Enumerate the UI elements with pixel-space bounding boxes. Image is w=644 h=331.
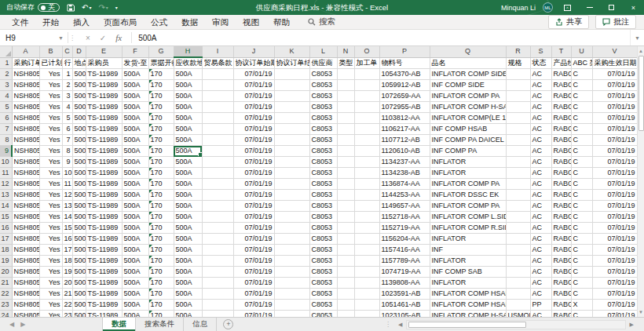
grid-cell[interactable]: 1134237-AA	[379, 157, 430, 168]
grid-cell[interactable]	[506, 124, 530, 135]
grid-cell[interactable]: Yes	[39, 289, 62, 300]
grid-cell[interactable]: Yes	[39, 135, 62, 146]
grid-cell[interactable]	[337, 124, 354, 135]
grid-cell[interactable]	[354, 157, 379, 168]
grid-cell[interactable]: 500A	[122, 212, 148, 223]
grid-cell[interactable]: Yes	[39, 278, 62, 289]
grid-cell[interactable]: C	[571, 201, 592, 212]
horizontal-scrollbar[interactable]: ⋮ ◀ ▶	[382, 318, 644, 331]
sheet-nav-right-icon[interactable]: ▶	[20, 321, 25, 328]
grid-cell[interactable]: 500A	[174, 91, 202, 102]
grid-cell[interactable]: 500A	[72, 300, 86, 311]
row-header-15[interactable]: 15	[0, 212, 12, 223]
grid-cell[interactable]	[202, 179, 233, 190]
grid-cell[interactable]: RABG	[551, 102, 571, 113]
grid-cell[interactable]: 11	[62, 179, 72, 190]
grid-cell[interactable]	[354, 223, 379, 234]
grid-cell[interactable]	[274, 278, 309, 289]
grid-cell[interactable]: 协议订单始期	[233, 57, 274, 69]
grid-cell[interactable]: 1103812-AA	[379, 113, 430, 124]
grid-cell[interactable]: Yes	[39, 179, 62, 190]
grid-cell[interactable]: C	[571, 278, 592, 289]
save-button[interactable]	[67, 4, 75, 12]
column-header-O[interactable]: O	[354, 46, 379, 57]
grid-cell[interactable]: C8053	[309, 157, 337, 168]
grid-cell[interactable]: RABG	[551, 157, 571, 168]
column-header-G[interactable]: G	[148, 46, 174, 57]
grid-cell[interactable]: TS-11989	[86, 289, 122, 300]
grid-cell[interactable]: C	[571, 69, 592, 80]
grid-cell[interactable]	[274, 300, 309, 311]
grid-cell[interactable]	[202, 311, 233, 318]
grid-cell[interactable]: 500A	[122, 300, 148, 311]
grid-cell[interactable]	[337, 212, 354, 223]
grid-cell[interactable]: 07/01/19	[592, 201, 637, 212]
grid-cell[interactable]: 17	[62, 245, 72, 256]
grid-cell[interactable]	[354, 278, 379, 289]
grid-cell[interactable]: C	[571, 212, 592, 223]
grid-cell[interactable]: TS-11989	[86, 124, 122, 135]
row-header-1[interactable]: 1	[0, 57, 12, 69]
grid-cell[interactable]: 500A	[122, 289, 148, 300]
grid-cell[interactable]: 协议订单结束日	[274, 57, 309, 69]
grid-cell[interactable]	[202, 157, 233, 168]
scroll-up-icon[interactable]: ▲	[639, 46, 643, 56]
grid-cell[interactable]: 07/01/19	[233, 300, 274, 311]
grid-cell[interactable]: 贸易条款	[202, 57, 233, 69]
grid-cell[interactable]: NSH8053	[12, 135, 39, 146]
grid-cell[interactable]: 07/01/19	[233, 223, 274, 234]
grid-cell[interactable]: 票据开往	[148, 57, 174, 69]
row-header-19[interactable]: 19	[0, 256, 12, 267]
grid-cell[interactable]: 07/01/19	[233, 278, 274, 289]
grid-cell[interactable]: INF COMP SIDE	[430, 80, 506, 91]
grid-cell[interactable]: 状态	[530, 57, 551, 69]
grid-cell[interactable]: Yes	[39, 267, 62, 278]
grid-cell[interactable]	[354, 300, 379, 311]
row-header-23[interactable]: 23	[0, 300, 12, 311]
insert-function-button[interactable]: fx	[115, 33, 122, 42]
grid-cell[interactable]: 07/01/19	[233, 80, 274, 91]
grid-cell[interactable]	[337, 289, 354, 300]
grid-cell[interactable]: 07/01/19	[233, 124, 274, 135]
grid-cell[interactable]: 07/01/19	[592, 69, 637, 80]
grid-cell[interactable]: 500A	[72, 267, 86, 278]
user-name[interactable]: Minquan Li	[501, 4, 536, 12]
row-header-4[interactable]: 4	[0, 91, 12, 102]
grid-cell[interactable]: C	[571, 91, 592, 102]
grid-cell[interactable]: RABG	[551, 91, 571, 102]
grid-cell[interactable]: 发货-至	[122, 57, 148, 69]
grid-cell[interactable]: 07/01/19	[592, 311, 637, 318]
grid-cell[interactable]: C	[571, 113, 592, 124]
grid-cell[interactable]: 500A	[72, 289, 86, 300]
grid-cell[interactable]: NSH8053	[12, 289, 39, 300]
grid-cell[interactable]	[274, 124, 309, 135]
grid-cell[interactable]: TS-11989	[86, 256, 122, 267]
grid-cell[interactable]: 500A	[122, 201, 148, 212]
grid-cell[interactable]: 10	[62, 168, 72, 179]
grid-cell[interactable]	[274, 80, 309, 91]
grid-cell[interactable]: 500A	[174, 179, 202, 190]
grid-cell[interactable]: AC	[530, 80, 551, 91]
grid-cell[interactable]: 地点	[72, 57, 86, 69]
grid-cell[interactable]: 170	[148, 289, 174, 300]
grid-cell[interactable]	[274, 201, 309, 212]
grid-cell[interactable]	[354, 311, 379, 318]
grid-cell[interactable]	[274, 157, 309, 168]
grid-cell[interactable]: PP	[530, 300, 551, 311]
grid-cell[interactable]: 1149657-AA	[379, 201, 430, 212]
grid-cell[interactable]: AC	[530, 157, 551, 168]
row-header-11[interactable]: 11	[0, 168, 12, 179]
grid-cell[interactable]: 1023591-AB	[379, 289, 430, 300]
grid-cell[interactable]: 07/01/19	[233, 113, 274, 124]
grid-cell[interactable]: C8053	[309, 245, 337, 256]
grid-cell[interactable]	[202, 190, 233, 201]
grid-cell[interactable]: 500A	[72, 135, 86, 146]
grid-cell[interactable]: 1054370-AB	[379, 69, 430, 80]
grid-cell[interactable]	[337, 157, 354, 168]
grid-cell[interactable]: 07/01/19	[592, 91, 637, 102]
grid-cell[interactable]: C	[571, 102, 592, 113]
grid-cell[interactable]: NSH8053	[12, 267, 39, 278]
grid-cell[interactable]: Yes	[39, 102, 62, 113]
grid-cell[interactable]: RABG	[551, 234, 571, 245]
grid-cell[interactable]	[337, 135, 354, 146]
